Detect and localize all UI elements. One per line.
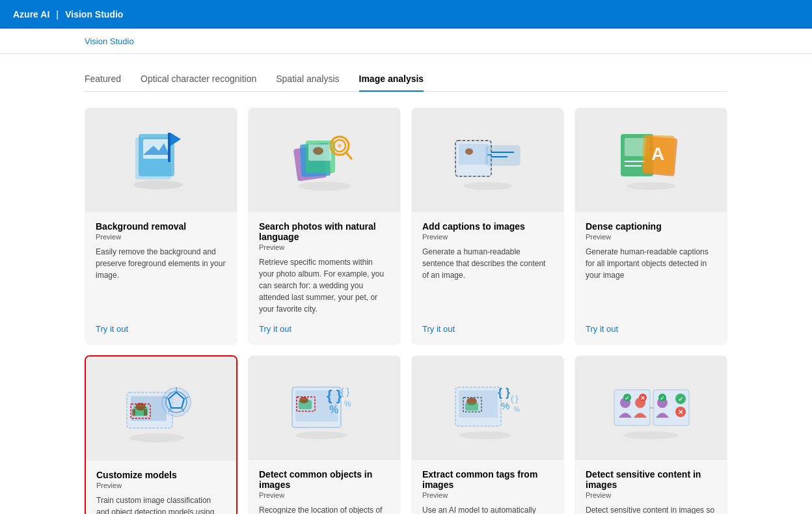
card-image-detect-objects: { } % { } % (249, 356, 400, 460)
svg-text:✕: ✕ (678, 409, 683, 416)
svg-text:%: % (329, 404, 338, 415)
card-customize-models[interactable]: Customize modelsPreviewTrain custom imag… (85, 355, 237, 514)
card-desc-search-photos: Retrieve specific moments within your ph… (259, 256, 390, 315)
card-body-customize-models: Customize modelsPreviewTrain custom imag… (86, 461, 236, 514)
card-desc-detect-objects: Recognize the location of objects of int… (259, 504, 390, 514)
svg-text:{ }: { } (511, 394, 518, 403)
svg-point-26 (627, 182, 676, 190)
svg-text:%: % (501, 400, 509, 411)
svg-point-17 (463, 182, 513, 190)
card-desc-extract-tags: Use an AI model to automatically assign … (422, 504, 553, 514)
svg-point-20 (465, 148, 473, 155)
card-badge-detect-objects: Preview (259, 491, 390, 499)
card-title-add-captions: Add captions to images (422, 221, 553, 232)
cards-grid: Background removalPreviewEasily remove t… (85, 107, 727, 514)
svg-line-15 (346, 152, 351, 159)
svg-rect-19 (459, 144, 488, 165)
svg-point-0 (133, 180, 183, 189)
svg-point-12 (313, 147, 323, 155)
card-title-detect-sensitive: Detect sensitive content in images (586, 469, 716, 490)
card-title-dense-captioning: Dense captioning (586, 221, 716, 232)
topbar: Azure AI | Vision Studio (0, 0, 812, 29)
card-link-search-photos[interactable]: Try it out (259, 324, 390, 334)
svg-text:✕: ✕ (640, 395, 645, 401)
card-background-removal[interactable]: Background removalPreviewEasily remove t… (85, 107, 237, 345)
tab-image[interactable]: Image analysis (359, 67, 424, 92)
card-title-extract-tags: Extract common tags from images (422, 469, 553, 490)
svg-text:✓: ✓ (660, 395, 665, 401)
svg-text:%: % (344, 399, 351, 409)
svg-marker-6 (170, 133, 181, 146)
card-link-add-captions[interactable]: Try it out (422, 324, 553, 334)
card-badge-add-captions: Preview (422, 233, 553, 241)
main-content: FeaturedOptical character recognitionSpa… (0, 54, 812, 514)
tab-spatial[interactable]: Spatial analysis (276, 67, 339, 92)
topbar-separator: | (56, 9, 59, 20)
tabs-container: FeaturedOptical character recognitionSpa… (85, 67, 727, 92)
card-badge-search-photos: Preview (259, 243, 390, 251)
svg-point-34 (129, 433, 184, 442)
card-body-background-removal: Background removalPreviewEasily remove t… (85, 212, 237, 344)
card-image-detect-sensitive: ✓ ✕ ✓ ✓ ✕ (575, 356, 727, 460)
svg-point-70 (624, 431, 679, 439)
card-extract-tags[interactable]: { } % { } % Extract common tags from ima… (411, 355, 564, 514)
card-badge-customize-models: Preview (96, 481, 226, 489)
breadcrumb-bar: Vision Studio (0, 29, 812, 54)
svg-rect-40 (144, 409, 147, 416)
card-body-add-captions: Add captions to imagesPreviewGenerate a … (412, 212, 563, 344)
card-title-detect-objects: Detect common objects in images (259, 469, 390, 490)
card-image-customize-models (86, 357, 236, 461)
card-search-photos[interactable]: Search photos with natural languagePrevi… (248, 107, 401, 345)
product-label: Vision Studio (65, 9, 123, 20)
svg-text:✓: ✓ (678, 396, 683, 403)
tab-ocr[interactable]: Optical character recognition (141, 67, 256, 92)
card-desc-dense-captioning: Generate human-readable captions for all… (586, 246, 716, 315)
card-link-background-removal[interactable]: Try it out (96, 324, 226, 334)
svg-text:A: A (651, 144, 664, 164)
svg-point-54 (299, 397, 308, 403)
brand-label: Azure AI (13, 9, 49, 20)
svg-text:%: % (514, 406, 520, 413)
svg-text:{ }: { } (498, 386, 510, 399)
card-image-search-photos (249, 108, 400, 212)
tab-featured[interactable]: Featured (85, 67, 121, 92)
svg-rect-39 (132, 409, 135, 416)
card-desc-customize-models: Train custom image classification and ob… (96, 494, 226, 514)
card-title-search-photos: Search photos with natural language (259, 221, 390, 242)
card-desc-add-captions: Generate a human-readable sentence that … (422, 246, 553, 315)
svg-point-60 (459, 431, 511, 439)
card-detect-sensitive[interactable]: ✓ ✕ ✓ ✓ ✕ Detect sensitive content in im… (575, 355, 727, 514)
card-badge-extract-tags: Preview (422, 491, 553, 499)
svg-rect-64 (465, 403, 478, 411)
card-dense-captioning[interactable]: A Dense captioningPreviewGenerate human-… (575, 107, 727, 345)
card-desc-detect-sensitive: Detect sensitive content in images so yo… (586, 504, 716, 514)
card-body-search-photos: Search photos with natural languagePrevi… (249, 212, 400, 344)
card-body-extract-tags: Extract common tags from imagesPreviewUs… (412, 460, 563, 514)
svg-point-16 (338, 144, 342, 148)
svg-text:✓: ✓ (625, 395, 630, 401)
card-body-detect-sensitive: Detect sensitive content in imagesPrevie… (575, 460, 727, 514)
svg-text:{ }: { } (341, 386, 350, 397)
card-title-background-removal: Background removal (96, 221, 226, 232)
card-badge-background-removal: Preview (96, 233, 226, 241)
breadcrumb-link[interactable]: Vision Studio (85, 36, 134, 46)
svg-rect-5 (168, 133, 170, 162)
card-image-add-captions (412, 108, 563, 212)
svg-point-7 (299, 182, 351, 191)
card-link-dense-captioning[interactable]: Try it out (586, 324, 716, 334)
card-body-detect-objects: Detect common objects in imagesPreviewRe… (249, 460, 400, 514)
card-badge-dense-captioning: Preview (586, 233, 716, 241)
card-image-dense-captioning: A (575, 108, 727, 212)
card-image-background-removal (85, 108, 237, 212)
card-add-captions[interactable]: Add captions to imagesPreviewGenerate a … (411, 107, 564, 345)
svg-text:{ }: { } (327, 387, 342, 403)
card-image-extract-tags: { } % { } % (412, 356, 563, 460)
card-desc-background-removal: Easily remove the background and preserv… (96, 246, 226, 315)
card-title-customize-models: Customize models (96, 470, 226, 480)
card-badge-detect-sensitive: Preview (586, 491, 716, 499)
card-detect-objects[interactable]: { } % { } % Detect common objects in ima… (248, 355, 401, 514)
card-body-dense-captioning: Dense captioningPreviewGenerate human-re… (575, 212, 727, 344)
svg-point-50 (295, 431, 347, 439)
